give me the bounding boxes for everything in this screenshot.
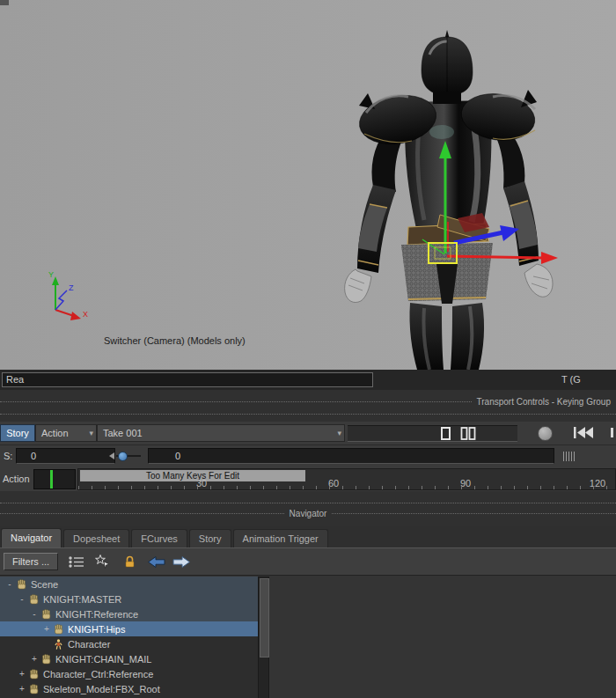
action-timeline-row: Action Too Many Keys For Edit 306090120 (0, 467, 616, 491)
tree-item-label: KNIGHT:Reference (55, 609, 138, 620)
forward-button[interactable] (172, 556, 190, 568)
tree-scrollbar[interactable] (258, 577, 269, 698)
transport-display-area (348, 425, 517, 442)
take-dropdown-label: Take 001 (103, 428, 143, 438)
chevron-down-icon: ▾ (337, 425, 341, 441)
value-spinner[interactable] (109, 452, 143, 461)
spinner-left-arrow-icon[interactable] (109, 452, 114, 459)
scene-tree: - Scene- KNIGHT:MASTER- KNIGHT:Reference… (0, 577, 258, 698)
back-button[interactable] (148, 556, 165, 568)
navigator-separator-label: Navigator (290, 509, 327, 518)
take-dropdown[interactable]: Take 001 ▾ (97, 424, 345, 442)
transport-toolbar: Story Action ▾ Take 001 ▾ (0, 422, 616, 445)
separator-dots (0, 414, 616, 415)
single-pane-button[interactable] (440, 427, 451, 442)
axis-triad: X Y Z (48, 270, 88, 320)
model-icon (16, 579, 27, 590)
svg-text:Z: Z (69, 283, 74, 292)
tree-item-knight-hips[interactable]: + KNIGHT:Hips (0, 621, 258, 636)
svg-text:X: X (83, 310, 88, 319)
model-icon (28, 594, 40, 605)
dual-pane-icon (460, 427, 477, 440)
separator-dots (0, 513, 284, 514)
separator-dots (332, 513, 616, 514)
viewport-3d[interactable]: X Y Z Switcher (Camera) (Models only) (0, 0, 616, 370)
dual-pane-button[interactable] (460, 427, 477, 442)
collapse-toggle[interactable]: - (30, 609, 39, 619)
model-icon (28, 684, 40, 694)
tree-item-label: KNIGHT:MASTER (43, 594, 121, 605)
navigator-pane: - Scene- KNIGHT:MASTER- KNIGHT:Reference… (0, 575, 616, 698)
action-dropdown-label: Action (41, 428, 69, 438)
s-value-field[interactable]: 0 (16, 448, 115, 464)
time-mode-label: T (G (561, 374, 581, 385)
s-label: S: (4, 451, 12, 461)
text-input[interactable]: Rea (2, 372, 373, 387)
frame-tick-label: 60 (318, 478, 349, 489)
go-to-start-icon (573, 427, 594, 438)
tree-item-label: Skeleton_Model:FBX_Root (43, 684, 160, 694)
collapse-toggle[interactable]: - (18, 594, 26, 604)
story-button[interactable]: Story (0, 424, 35, 442)
timeline-ruler[interactable]: Too Many Keys For Edit 306090120 (77, 468, 616, 490)
tree-item-skeleton-model-fbx-root[interactable]: + Skeleton_Model:FBX_Root (0, 681, 258, 696)
back-arrow-icon (148, 556, 165, 568)
filters-button[interactable]: Filters ... (4, 553, 58, 570)
transport-button-partial[interactable] (611, 428, 613, 437)
action-dropdown[interactable]: Action ▾ (35, 424, 97, 442)
tab-bar: NavigatorDopesheetFCurvesStoryAnimation … (0, 526, 616, 547)
model-icon (53, 624, 64, 635)
tree-item-knight-master[interactable]: - KNIGHT:MASTER (0, 591, 258, 606)
lock-button[interactable] (124, 555, 136, 568)
record-button[interactable] (538, 426, 553, 441)
playhead-marker[interactable] (50, 470, 53, 489)
tree-item-character[interactable]: Character (0, 636, 258, 651)
transport-separator: Transport Controls - Keying Group (0, 390, 616, 422)
tree-item-knight-chain-mail[interactable]: + KNIGHT:CHAIN_MAIL (0, 651, 258, 666)
tree-item-knight-reference[interactable]: - KNIGHT:Reference (0, 606, 258, 621)
tab-dopesheet[interactable]: Dopesheet (63, 529, 129, 547)
forward-arrow-icon (172, 556, 190, 568)
tab-navigator[interactable]: Navigator (1, 528, 62, 547)
single-pane-icon (440, 427, 451, 440)
tree-item-scene[interactable]: - Scene (0, 577, 258, 591)
tree-item-label: Scene (31, 579, 58, 590)
tab-story[interactable]: Story (189, 529, 231, 547)
transport-separator-label: Transport Controls - Keying Group (477, 397, 611, 407)
tree-item-label: Character (68, 639, 110, 650)
frame-tick-label: 30 (186, 478, 217, 489)
character-icon (53, 639, 64, 650)
frame-value-field[interactable]: 0 (148, 448, 554, 464)
select-favorites-button[interactable] (95, 555, 110, 569)
tree-item-label: KNIGHT:CHAIN_MAIL (55, 654, 151, 665)
expand-toggle[interactable]: + (42, 624, 51, 634)
status-field-row: Rea T (G (0, 370, 616, 390)
tree-item-label: Character_Ctrl:Reference (43, 669, 153, 680)
spinner-knob[interactable] (118, 452, 128, 461)
go-to-start-button[interactable] (573, 427, 594, 440)
navigator-separator: Navigator (0, 491, 616, 526)
tree-item-label: KNIGHT:Hips (68, 624, 125, 635)
frame-tick-label: 120 (582, 478, 613, 489)
tree-item-character-ctrl-reference[interactable]: + Character_Ctrl:Reference (0, 666, 258, 681)
svg-text:Y: Y (48, 270, 54, 279)
expand-toggle[interactable]: + (18, 684, 26, 694)
scrollbar-thumb[interactable] (260, 578, 269, 658)
frame-tick-label: 90 (450, 478, 481, 489)
model-icon (28, 669, 40, 680)
star-pointer-icon (95, 555, 110, 569)
filters-toolbar: Filters ... (0, 547, 616, 575)
expand-toggle[interactable]: + (18, 669, 26, 679)
chevron-down-icon: ▾ (89, 425, 93, 441)
motionbuilder-window: X Y Z Switcher (Camera) (Models only) Re… (0, 0, 616, 698)
scroll-grip-icon[interactable] (563, 452, 575, 461)
list-view-button[interactable] (69, 556, 84, 568)
speed-row: S: 0 0 (0, 445, 616, 467)
tab-animation-trigger[interactable]: Animation Trigger (233, 529, 328, 547)
current-frame-box[interactable] (33, 469, 76, 489)
knight-model[interactable]: X Y Z (0, 0, 616, 370)
collapse-toggle[interactable]: - (5, 579, 14, 589)
action-label: Action (3, 474, 30, 484)
expand-toggle[interactable]: + (30, 654, 39, 664)
tab-fcurves[interactable]: FCurves (131, 529, 187, 547)
